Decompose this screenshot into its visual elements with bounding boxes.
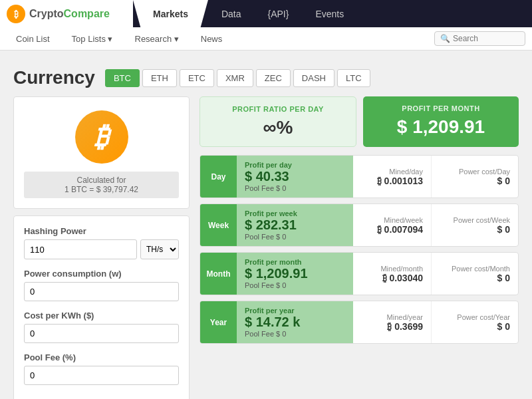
row-mined-year: Mined/year ₿ 0.3699	[353, 301, 432, 343]
hashing-power-label: Hashing Power	[24, 226, 179, 236]
row-power-day: Power cost/Day $ 0	[432, 156, 518, 198]
power-consumption-input[interactable]	[24, 282, 179, 301]
currency-tabs: BTC ETH ETC XMR ZEC DASH LTC	[105, 69, 370, 87]
profit-rows: Day Profit per day $ 40.33 Pool Fee $ 0 …	[200, 155, 519, 344]
row-mined-day: Mined/day ₿ 0.001013	[353, 156, 432, 198]
nav-coin-list[interactable]: Coin List	[7, 30, 59, 48]
profit-month-card: PROFIT PER MONTH $ 1,209.91	[363, 96, 519, 147]
search-box[interactable]: 🔍	[434, 31, 525, 46]
hashing-power-input[interactable]	[24, 239, 137, 259]
nav-research[interactable]: Research ▾	[126, 30, 188, 48]
tab-xmr[interactable]: XMR	[217, 69, 253, 87]
currency-header: Currency BTC ETH ETC XMR ZEC DASH LTC	[13, 61, 519, 96]
row-power-month: Power cost/Month $ 0	[432, 253, 518, 295]
calculated-for: Calculated for 1 BTC = $ 39,797.42	[24, 172, 179, 198]
row-profit-month: Profit per month $ 1,209.91 Pool Fee $ 0	[237, 253, 353, 295]
page-content: Currency BTC ETH ETC XMR ZEC DASH LTC ₿ …	[0, 51, 532, 399]
row-label-week: Week	[200, 204, 237, 246]
tab-eth[interactable]: ETH	[142, 69, 177, 87]
row-profit-day: Profit per day $ 40.33 Pool Fee $ 0	[237, 156, 353, 198]
row-label-day: Day	[200, 156, 237, 198]
nav-items: Markets Data {API} Events	[133, 0, 357, 27]
hashing-power-group: Hashing Power TH/s GH/s MH/s	[24, 226, 179, 259]
tab-etc[interactable]: ETC	[180, 69, 214, 87]
coin-card: ₿ Calculated for 1 BTC = $ 39,797.42	[13, 96, 190, 209]
search-input[interactable]	[453, 34, 519, 43]
logo-compare: Compare	[64, 8, 110, 20]
row-mined-month: Mined/month ₿ 0.03040	[353, 253, 432, 295]
tab-zec[interactable]: ZEC	[256, 69, 291, 87]
logo-area[interactable]: ₿ Crypto Compare	[0, 0, 133, 27]
profit-ratio-value: ∞%	[210, 117, 346, 138]
profit-month-label: PROFIT PER MONTH	[373, 104, 509, 112]
profit-row-month: Month Profit per month $ 1,209.91 Pool F…	[200, 252, 519, 295]
nav-markets[interactable]: Markets	[133, 0, 208, 27]
tab-btc[interactable]: BTC	[105, 69, 140, 87]
logo-icon: ₿	[7, 5, 25, 23]
currency-title: Currency	[13, 67, 95, 88]
nav-events[interactable]: Events	[302, 0, 357, 27]
pool-fee-label: Pool Fee (%)	[24, 352, 179, 362]
tab-dash[interactable]: DASH	[293, 69, 334, 87]
cost-per-kwh-group: Cost per KWh ($)	[24, 311, 179, 343]
right-panel: PROFIT RATIO PER DAY ∞% PROFIT PER MONTH…	[200, 96, 519, 399]
pool-fee-group: Pool Fee (%)	[24, 352, 179, 385]
profit-row-day: Day Profit per day $ 40.33 Pool Fee $ 0 …	[200, 155, 519, 198]
profit-month-value: $ 1,209.91	[373, 116, 509, 138]
row-power-week: Power cost/Week $ 0	[432, 204, 518, 246]
profit-ratio-label: PROFIT RATIO PER DAY	[210, 105, 346, 113]
profit-row-year: Year Profit per year $ 14.72 k Pool Fee …	[200, 301, 519, 344]
form-panel: Hashing Power TH/s GH/s MH/s Power consu…	[13, 215, 190, 399]
second-navigation: Coin List Top Lists ▾ Research ▾ News 🔍	[0, 27, 532, 51]
nav-api[interactable]: {API}	[255, 0, 303, 27]
tab-ltc[interactable]: LTC	[337, 69, 370, 87]
power-consumption-group: Power consumption (w)	[24, 269, 179, 301]
nav-data[interactable]: Data	[208, 0, 255, 27]
bitcoin-logo: ₿	[75, 110, 128, 164]
hashing-power-unit-select[interactable]: TH/s GH/s MH/s	[140, 239, 179, 259]
nav-news[interactable]: News	[192, 30, 232, 48]
row-label-year: Year	[200, 301, 237, 343]
main-content: ₿ Calculated for 1 BTC = $ 39,797.42 Has…	[13, 96, 519, 399]
row-profit-year: Profit per year $ 14.72 k Pool Fee $ 0	[237, 301, 353, 343]
nav-top-lists[interactable]: Top Lists ▾	[63, 30, 122, 48]
pool-fee-input[interactable]	[24, 366, 179, 385]
profit-ratio-card: PROFIT RATIO PER DAY ∞%	[200, 96, 356, 147]
top-navigation: ₿ Crypto Compare Markets Data {API} Even…	[0, 0, 532, 27]
cost-per-kwh-label: Cost per KWh ($)	[24, 311, 179, 321]
search-icon: 🔍	[440, 34, 450, 43]
row-profit-week: Profit per week $ 282.31 Pool Fee $ 0	[237, 204, 353, 246]
row-mined-week: Mined/week ₿ 0.007094	[353, 204, 432, 246]
profit-row-week: Week Profit per week $ 282.31 Pool Fee $…	[200, 203, 519, 247]
power-consumption-label: Power consumption (w)	[24, 269, 179, 279]
cost-per-kwh-input[interactable]	[24, 324, 179, 343]
profit-summary: PROFIT RATIO PER DAY ∞% PROFIT PER MONTH…	[200, 96, 519, 147]
logo-crypto: Crypto	[29, 8, 64, 20]
row-label-month: Month	[200, 253, 237, 295]
svg-text:₿: ₿	[14, 9, 19, 19]
left-panel: ₿ Calculated for 1 BTC = $ 39,797.42 Has…	[13, 96, 190, 399]
row-power-year: Power cost/Year $ 0	[432, 301, 518, 343]
hashing-power-row: TH/s GH/s MH/s	[24, 239, 179, 259]
